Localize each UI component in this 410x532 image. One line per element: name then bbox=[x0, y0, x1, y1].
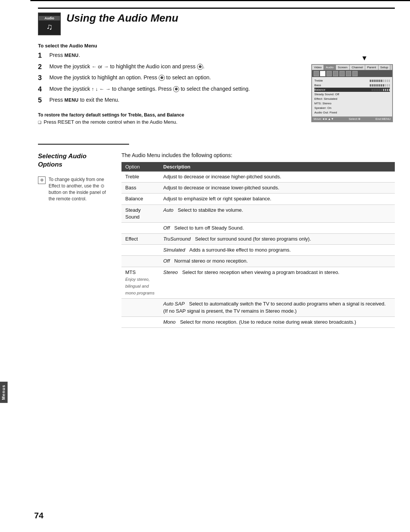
bar-seg bbox=[383, 80, 384, 82]
tv-bar-treble bbox=[370, 79, 390, 82]
restore-text: Press RESET on the remote control when i… bbox=[44, 119, 177, 125]
option-treble: Treble bbox=[121, 172, 159, 183]
tv-bottom-move: Move:◄►▲▼ bbox=[314, 117, 334, 121]
enter-btn-icon-3: ⊕ bbox=[173, 86, 179, 92]
main-content: Audio ♫ Using the Audio Menu To select t… bbox=[30, 0, 410, 343]
bar-seg bbox=[381, 80, 382, 82]
bar-seg bbox=[375, 84, 377, 87]
options-intro: The Audio Menu includes the following op… bbox=[121, 152, 395, 158]
tv-label-audioout: Audio Out: Fixed bbox=[314, 111, 337, 114]
desc-balance: Adjust to emphasize left or right speake… bbox=[159, 194, 395, 205]
table-row: Mono Select for mono reception. (Use to … bbox=[121, 316, 395, 327]
tv-tab-video: Video bbox=[312, 65, 324, 70]
option-effect-empty bbox=[121, 245, 159, 256]
bullet-icon: ❑ bbox=[38, 120, 41, 124]
selecting-options-section: Selecting Audio Options ⚙ To change quic… bbox=[38, 152, 395, 328]
bar-seg bbox=[372, 84, 373, 87]
restore-section: To restore the factory default settings … bbox=[38, 112, 304, 125]
options-table: Option Description Treble Adjust to decr… bbox=[121, 162, 395, 328]
step-number-5: 5 bbox=[38, 96, 49, 105]
audio-music-icon: ♫ bbox=[46, 22, 53, 32]
menus-label: Menus bbox=[0, 382, 8, 403]
desc-mts-stereo: Stereo Select for stereo reception when … bbox=[159, 267, 395, 299]
tv-row-bass: Bass bbox=[314, 83, 390, 87]
tv-tab-screen: Screen bbox=[336, 65, 350, 70]
desc-steady-auto: Auto Select to stabilize the volume. bbox=[159, 205, 395, 222]
restore-item: ❑ Press RESET on the remote control when… bbox=[38, 119, 304, 125]
table-row: Steady Sound Auto Select to stabilize th… bbox=[121, 205, 395, 222]
option-steady-sound: Steady Sound bbox=[121, 205, 159, 222]
tv-label-speaker: Speaker: On bbox=[314, 106, 331, 110]
section-title-left: Selecting Audio Options ⚙ To change quic… bbox=[38, 152, 110, 202]
table-row: MTSEnjoy stereo, bilingual and mono prog… bbox=[121, 267, 395, 299]
tv-label-treble: Treble bbox=[314, 79, 323, 82]
desc-bass: Adjust to decrease or increase lower-pit… bbox=[159, 183, 395, 194]
tv-bottom-end: End:MENU bbox=[375, 117, 391, 121]
tv-menu-content: Treble bbox=[312, 77, 392, 116]
selecting-heading: Selecting Audio Options bbox=[38, 152, 110, 169]
desc-steady-off: Off Select to turn off Steady Sound. bbox=[159, 222, 395, 233]
step-number-3: 3 bbox=[38, 74, 49, 82]
bar-seg bbox=[375, 80, 377, 82]
audio-icon-box: Audio ♫ bbox=[38, 13, 61, 35]
tv-bar-bass bbox=[370, 83, 390, 87]
tv-icon-7 bbox=[352, 71, 358, 76]
tv-label-steady: Steady Sound: Off bbox=[314, 93, 339, 96]
step-text-5: Press MENU to exit the Menu. bbox=[49, 96, 304, 104]
val-autosap: Auto SAP bbox=[163, 301, 184, 307]
tv-tab-setup: Setup bbox=[378, 65, 391, 70]
tv-row-treble: Treble bbox=[314, 79, 390, 83]
tv-label-effect: Effect: Simulated bbox=[314, 97, 337, 101]
left-sidebar: Menus bbox=[0, 0, 30, 532]
col-header-description: Description bbox=[159, 162, 395, 172]
table-row: Treble Adjust to decrease or increase hi… bbox=[121, 172, 395, 183]
tv-row-effect: Effect: Simulated bbox=[314, 97, 390, 101]
bar-seg bbox=[370, 80, 371, 82]
tv-row-steady: Steady Sound: Off bbox=[314, 92, 390, 96]
bar-seg bbox=[381, 84, 382, 87]
bar-seg bbox=[381, 89, 382, 91]
desc-treble: Adjust to decrease or increase higher-pi… bbox=[159, 172, 395, 183]
table-header-row: Option Description bbox=[121, 162, 395, 172]
bar-seg bbox=[387, 89, 388, 91]
bar-seg bbox=[377, 80, 378, 82]
bar-seg bbox=[385, 89, 386, 91]
table-row: Balance Adjust to emphasize left or righ… bbox=[121, 194, 395, 205]
bar-seg bbox=[374, 84, 375, 87]
menu-keyword: MENU bbox=[65, 53, 79, 58]
arrows-icon: ← or → bbox=[91, 64, 109, 69]
tv-bar-balance bbox=[372, 88, 390, 91]
restore-title: To restore the factory default settings … bbox=[38, 112, 304, 118]
page-number: 74 bbox=[34, 511, 43, 521]
step-text-1: Press MENU. bbox=[49, 52, 304, 59]
option-effect: Effect bbox=[121, 234, 159, 245]
tip-box: ⚙ To change quickly from one Effect to a… bbox=[38, 176, 110, 202]
option-mts: MTSEnjoy stereo, bilingual and mono prog… bbox=[121, 267, 159, 299]
table-row: Bass Adjust to decrease or increase lowe… bbox=[121, 183, 395, 194]
option-steady-empty bbox=[121, 222, 159, 233]
steps-section: To select the Audio Menu 1 Press MENU. 2… bbox=[38, 43, 304, 105]
table-row: Off Select to turn off Steady Sound. bbox=[121, 222, 395, 233]
page-title: Using the Audio Menu bbox=[66, 13, 178, 24]
bar-seg bbox=[370, 84, 371, 87]
tv-tab-audio: Audio bbox=[324, 65, 336, 70]
bar-seg bbox=[389, 84, 390, 87]
tip-icon: ⚙ bbox=[38, 176, 46, 184]
tv-icon-2 bbox=[320, 71, 325, 76]
option-bass: Bass bbox=[121, 183, 159, 194]
tv-icon-3 bbox=[326, 71, 332, 76]
tv-row-audioout: Audio Out: Fixed bbox=[314, 110, 390, 115]
bar-seg bbox=[385, 84, 386, 87]
tv-tab-channel: Channel bbox=[350, 65, 365, 70]
tv-icon-6 bbox=[346, 71, 351, 76]
step-text-3: Move the joystick to highlight an option… bbox=[49, 74, 304, 82]
options-section: The Audio Menu includes the following op… bbox=[121, 152, 395, 328]
step-1: 1 Press MENU. bbox=[38, 52, 304, 60]
tv-screen-container: ▼ Video Audio Screen Channel Parent Setu… bbox=[311, 54, 395, 122]
tv-label-mts: MTS: Stereo bbox=[314, 102, 331, 105]
tv-tabs: Video Audio Screen Channel Parent Setup bbox=[312, 65, 392, 70]
tv-screen: Video Audio Screen Channel Parent Setup bbox=[311, 64, 393, 122]
step-number-1: 1 bbox=[38, 52, 49, 60]
tv-row-speaker: Speaker: On bbox=[314, 106, 390, 110]
bar-seg bbox=[389, 80, 390, 82]
